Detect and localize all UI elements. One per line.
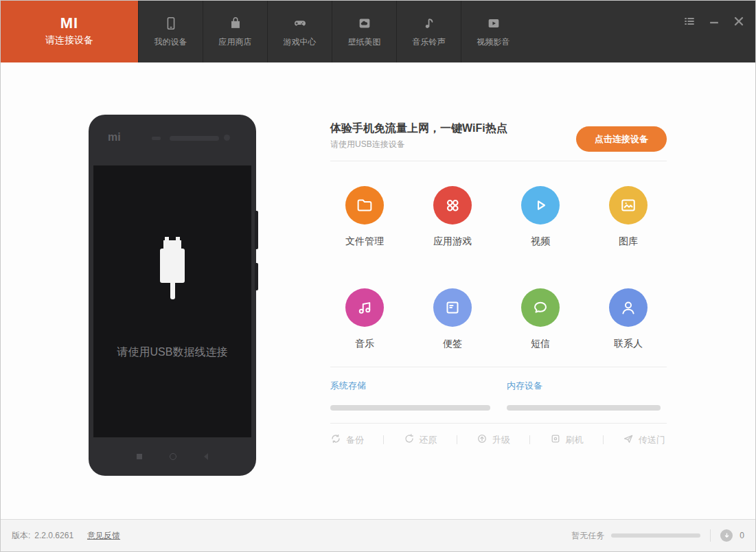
tab-label: 音乐铃声 (413, 36, 446, 48)
chat-bubble-icon (521, 288, 560, 327)
divider (383, 435, 384, 444)
music-notes-icon (345, 288, 384, 327)
power-button (255, 263, 258, 290)
connect-message: 请使用USB数据线连接 (93, 345, 251, 360)
tool-label: 升级 (492, 434, 510, 446)
upgrade-button[interactable]: 升级 (477, 433, 510, 446)
shortcut-video[interactable]: 视频 (521, 186, 560, 248)
task-list-icon[interactable] (683, 14, 696, 28)
window-controls (683, 14, 746, 28)
shortcut-label: 图库 (619, 235, 638, 248)
backup-button[interactable]: 备份 (330, 433, 364, 446)
task-area: 暂无任务 0 (571, 529, 744, 542)
divider (457, 435, 457, 444)
phone-illustration: mi 请使用USB数据线连接 (89, 115, 256, 476)
restore-button[interactable]: 还原 (404, 433, 437, 446)
tab-app-store[interactable]: 应用商店 (203, 1, 267, 62)
tab-music-ringtones[interactable]: 音乐铃声 (396, 1, 461, 62)
divider (529, 435, 530, 444)
tab-label: 游戏中心 (284, 36, 317, 48)
tools-row: 备份 还原 升级 刷机 传送门 (330, 433, 665, 446)
shortcut-contacts[interactable]: 联系人 (609, 288, 648, 350)
tool-label: 备份 (346, 434, 364, 446)
phone-screen: 请使用USB数据线连接 (93, 165, 251, 437)
mi-pc-suite-window: MI 请连接设备 我的设备 应用商店 游戏中心 (0, 0, 756, 552)
usb-connect-hint: 请使用USB连接设备 (330, 139, 405, 150)
version-label: 版本: (12, 530, 30, 542)
tab-strip: 我的设备 应用商店 游戏中心 壁纸美图 (138, 1, 525, 62)
upgrade-icon (477, 433, 488, 446)
video-icon (486, 16, 501, 31)
download-count: 0 (740, 531, 744, 540)
sensor-slot (152, 137, 161, 140)
version-area: 版本: 2.2.0.6261 意见反馈 (12, 530, 120, 542)
mi-logo: MI (60, 16, 78, 30)
task-status: 暂无任务 (571, 530, 604, 542)
memory-device: 内存设备 (507, 379, 661, 411)
portal-button[interactable]: 传送门 (623, 433, 665, 446)
mi-logo: mi (108, 131, 121, 143)
backup-icon (330, 433, 341, 446)
back-key-icon (204, 453, 208, 460)
phone-icon (163, 16, 179, 31)
tab-my-device[interactable]: 我的设备 (138, 1, 203, 62)
shortcut-label: 音乐 (355, 338, 374, 350)
task-progress-bar (611, 533, 700, 538)
shortcut-label: 文件管理 (345, 235, 384, 248)
status-bar: 版本: 2.2.0.6261 意见反馈 暂无任务 0 (1, 519, 755, 551)
folder-icon (345, 186, 384, 225)
tab-video[interactable]: 视频影音 (461, 1, 525, 62)
shortcut-gallery[interactable]: 图库 (609, 186, 648, 248)
tab-label: 视频影音 (477, 36, 510, 48)
flash-rom-icon (550, 433, 561, 446)
tool-label: 传送门 (639, 434, 665, 446)
speaker-slot (170, 136, 219, 141)
shortcut-label: 视频 (531, 235, 550, 248)
tab-label: 壁纸美图 (348, 36, 381, 48)
minimize-icon[interactable] (707, 14, 721, 28)
tab-label: 请连接设备 (45, 34, 93, 47)
version-number: 2.2.0.6261 (34, 531, 73, 540)
shortcut-apps-games[interactable]: 应用游戏 (433, 186, 472, 248)
tab-game-center[interactable]: 游戏中心 (267, 1, 332, 62)
flash-rom-button[interactable]: 刷机 (550, 433, 584, 446)
system-storage: 系统存储 (330, 379, 490, 411)
memory-device-bar (507, 405, 661, 411)
usb-plug-icon (160, 237, 185, 299)
home-key-icon (170, 453, 176, 460)
wallpaper-icon (357, 16, 372, 31)
gallery-icon (609, 186, 648, 225)
close-icon[interactable] (732, 14, 746, 28)
shortcut-label: 应用游戏 (433, 235, 472, 248)
tab-wallpapers[interactable]: 壁纸美图 (332, 1, 396, 62)
shortcut-grid: 文件管理 应用游戏 视频 图库 音乐 (321, 186, 672, 350)
wifi-hotspot-headline: 体验手机免流量上网，一键WiFi热点 (330, 122, 507, 136)
divider (330, 423, 667, 424)
memory-device-link[interactable]: 内存设备 (507, 380, 542, 392)
tool-label: 刷机 (566, 434, 584, 446)
divider (330, 161, 667, 161)
restore-icon (404, 433, 415, 446)
top-navbar: MI 请连接设备 我的设备 应用商店 游戏中心 (1, 1, 756, 62)
volume-button (255, 211, 258, 249)
shortcut-file-manager[interactable]: 文件管理 (345, 186, 384, 248)
tool-label: 还原 (420, 434, 437, 446)
shortcut-notes[interactable]: 便签 (433, 288, 472, 350)
music-note-icon (422, 16, 437, 31)
menu-key-icon (137, 454, 142, 459)
note-icon (433, 288, 472, 327)
connect-device-button[interactable]: 点击连接设备 (576, 126, 667, 152)
person-icon (609, 288, 648, 327)
phone-nav-keys (89, 437, 256, 476)
shortcut-music[interactable]: 音乐 (345, 288, 384, 350)
feedback-link[interactable]: 意见反馈 (87, 530, 120, 542)
download-icon[interactable] (720, 529, 733, 542)
system-storage-link[interactable]: 系统存储 (330, 380, 366, 392)
shortcut-sms[interactable]: 短信 (521, 288, 560, 350)
divider (710, 529, 711, 542)
tab-connect-device-active[interactable]: MI 请连接设备 (1, 1, 138, 62)
shortcut-label: 联系人 (614, 338, 643, 350)
shortcut-label: 短信 (531, 338, 550, 350)
shortcut-label: 便签 (443, 338, 462, 350)
play-icon (521, 186, 560, 225)
